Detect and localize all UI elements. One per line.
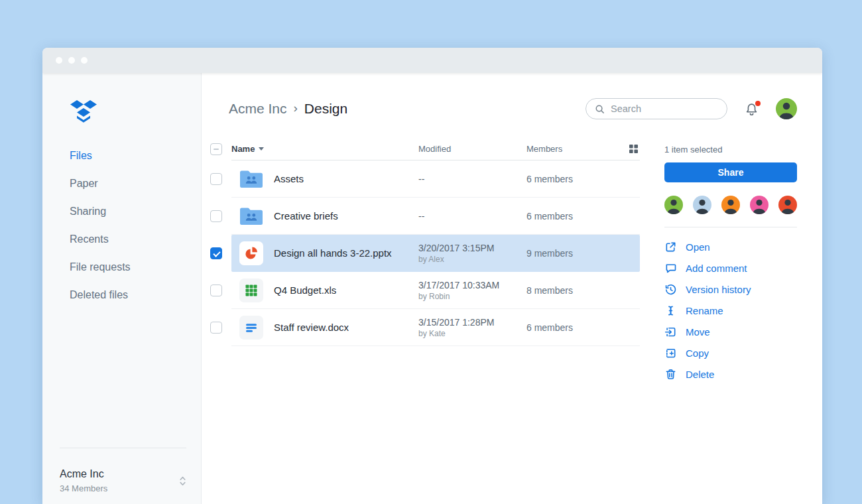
search-input[interactable] [611,103,718,114]
table-rows: Assets -- 6 members [210,160,640,346]
action-item[interactable]: Version history [664,279,797,300]
modified-cell: 3/15/2017 1:28PM by Kate [418,317,526,338]
sidebar-item[interactable]: Recents [42,225,201,253]
sort-caret-icon [259,147,264,151]
team-name: Acme Inc [60,468,107,480]
modified-cell: -- [418,174,526,184]
file-name[interactable]: Q4 Budget.xls [274,284,418,296]
table-header: Name Modified Members [210,138,640,160]
window-control-icon[interactable] [56,57,62,64]
app-window: Files Paper Sharing Recents File request… [42,48,822,504]
row-checkbox[interactable] [210,173,222,185]
team-member-count: 34 Members [60,483,107,493]
share-button[interactable]: Share [664,162,797,182]
window-control-icon[interactable] [68,57,75,64]
window-control-icon[interactable] [81,57,88,64]
members-cell: 6 members [526,211,640,221]
action-label: Move [686,326,710,338]
move-icon [664,326,677,338]
member-avatars [664,196,797,214]
sidebar-item[interactable]: Paper [42,170,201,198]
action-item[interactable]: Delete [664,363,797,385]
action-label: Delete [686,369,714,380]
selection-status: 1 item selected [664,145,797,155]
excel-icon [239,279,263,302]
row-checkbox[interactable] [210,247,222,259]
action-item[interactable]: Rename [664,300,797,321]
action-item[interactable]: Move [664,321,797,342]
shared-folder-icon [239,204,263,228]
members-cell: 9 members [526,248,640,259]
sidebar-item[interactable]: Files [42,142,201,170]
file-name[interactable]: Assets [274,173,418,184]
action-label: Copy [686,347,709,359]
row-checkbox[interactable] [210,284,222,296]
action-label: Open [686,241,710,253]
comment-icon [664,262,677,275]
table-row[interactable]: Q4 Budget.xls 3/17/2017 10:33AM by Robin… [210,272,640,309]
file-name[interactable]: Staff review.docx [274,322,418,333]
history-icon [664,283,677,296]
dropbox-logo-icon[interactable] [70,99,201,127]
powerpoint-icon [239,241,263,265]
action-item[interactable]: Copy [664,342,797,363]
search-box[interactable] [585,98,727,119]
sidebar-nav: Files Paper Sharing Recents File request… [42,142,201,309]
window-titlebar[interactable] [42,48,822,73]
file-name[interactable]: Creative briefs [274,210,418,221]
row-checkbox[interactable] [210,210,222,222]
action-label: Rename [686,305,723,316]
table-row[interactable]: Assets -- 6 members [210,160,640,198]
delete-icon [664,368,677,381]
action-item[interactable]: Add comment [664,257,797,279]
table-row[interactable]: Design all hands 3-22.pptx 3/20/2017 3:1… [210,235,640,272]
members-cell: 8 members [526,285,640,296]
divider [664,227,797,227]
grid-view-icon[interactable] [629,145,638,153]
member-avatar[interactable] [750,196,769,214]
member-avatar[interactable] [664,196,683,214]
notifications-bell-icon[interactable] [744,101,759,117]
chevron-right-icon: › [294,101,298,117]
sidebar-item[interactable]: File requests [42,253,201,281]
file-actions: Open Add comment Version history [664,236,797,385]
details-panel: 1 item selected Share [664,138,797,504]
word-icon [239,316,263,340]
sidebar: Files Paper Sharing Recents File request… [42,73,202,504]
open-icon [664,241,677,253]
row-checkbox[interactable] [210,322,222,334]
member-avatar[interactable] [693,196,711,214]
action-label: Version history [686,284,751,295]
action-item[interactable]: Open [664,236,797,257]
main-content: Acme Inc › Design [202,73,822,504]
notification-badge [755,101,761,106]
column-header-modified[interactable]: Modified [418,144,526,154]
column-header-members[interactable]: Members [526,144,640,154]
table-row[interactable]: Creative briefs -- 6 members [210,198,640,235]
breadcrumb-parent[interactable]: Acme Inc [229,101,287,117]
sidebar-item[interactable]: Deleted files [42,281,201,309]
sidebar-item[interactable]: Sharing [42,198,201,225]
shared-folder-icon [239,167,263,191]
column-header-name[interactable]: Name [231,144,418,154]
select-all-checkbox[interactable] [210,143,222,155]
file-name[interactable]: Design all hands 3-22.pptx [274,247,418,259]
table-row[interactable]: Staff review.docx 3/15/2017 1:28PM by Ka… [210,309,640,346]
breadcrumb: Acme Inc › Design [229,101,347,117]
modified-cell: 3/20/2017 3:15PM by Alex [418,243,526,264]
members-cell: 6 members [526,174,640,184]
action-label: Add comment [686,263,747,274]
page-title: Design [304,101,347,117]
user-avatar[interactable] [776,98,797,119]
modified-cell: -- [418,211,526,221]
member-avatar[interactable] [721,196,740,214]
member-avatar[interactable] [778,196,797,214]
search-icon [595,104,605,114]
team-selector[interactable]: Acme Inc 34 Members [60,448,186,504]
copy-icon [664,347,677,359]
divider [60,448,186,448]
file-table: Name Modified Members [210,138,640,504]
members-cell: 6 members [526,322,640,333]
chevron-up-down-icon[interactable] [179,475,186,487]
rename-icon [664,304,677,317]
